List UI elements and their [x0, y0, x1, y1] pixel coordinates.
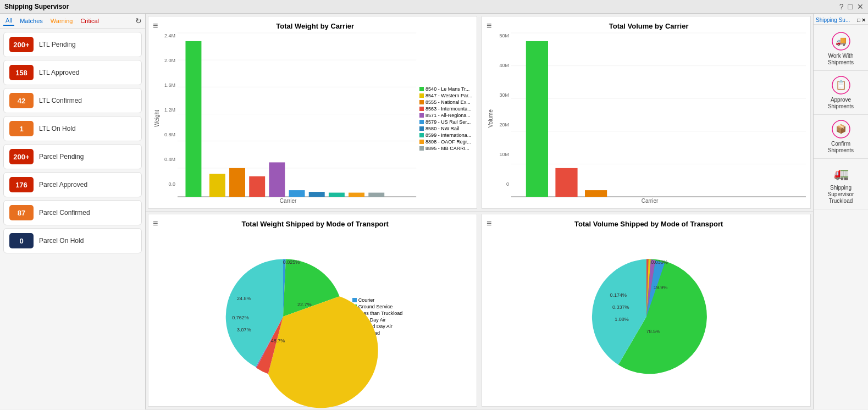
legend-item: 8579 - US Rail Ser...	[419, 119, 472, 125]
tab-critical[interactable]: Critical	[78, 16, 101, 25]
legend-label: 8599 - Internationa...	[425, 132, 471, 138]
chart-header: ≡ Total Weight by Carrier	[153, 21, 472, 31]
tab-warning[interactable]: Warning	[48, 16, 75, 25]
volume-by-mode-panel: ≡ Total Volume Shipped by Mode of Transp…	[482, 214, 811, 407]
y-label-wrapper-2: Volume	[486, 33, 494, 204]
svg-rect-25	[585, 190, 607, 197]
maximize-icon[interactable]: □	[857, 17, 860, 23]
metric-item-ltl-pending[interactable]: 200+ LTL Pending	[3, 32, 142, 57]
metric-label-parcel-confirmed: Parcel Confirmed	[39, 209, 90, 217]
svg-text:🚛: 🚛	[833, 166, 849, 181]
action-icon-approve-shipments: 📋	[831, 75, 851, 97]
approve-icon: 📋	[831, 75, 851, 95]
svg-text:📦: 📦	[836, 124, 847, 134]
svg-rect-23	[526, 41, 548, 197]
metric-label-ltl-onhold: LTL On Hold	[39, 125, 76, 132]
y-axis-labels: 2.4M 2.0M 1.6M 1.2M 0.8M 0.4M 0.0	[160, 33, 178, 197]
legend-dot	[419, 93, 424, 98]
volume-carrier-title: Total Volume by Carrier	[491, 22, 806, 30]
legend-dot	[419, 100, 424, 104]
volume-mode-svg	[586, 256, 707, 377]
bars-area	[178, 33, 416, 197]
metric-label-ltl-pending: LTL Pending	[39, 41, 76, 48]
legend-item: Courier	[352, 297, 403, 303]
metric-label-ltl-confirmed: LTL Confirmed	[39, 97, 82, 104]
vol-pie-label-0174: 0.174%	[610, 292, 627, 298]
svg-text:📋: 📋	[836, 80, 847, 90]
weight-carrier-body: Weight 2.4M 2.0M 1.6M 1.2M 0.8M 0.	[153, 33, 472, 204]
svg-rect-8	[209, 174, 225, 197]
svg-text:🚚: 🚚	[836, 36, 847, 46]
volume-carrier-body: Volume 50M 40M 30M 20M 10M 0	[486, 33, 806, 204]
volume-mode-pie: 0.030% 0.174% 0.337% 1.08% 19.9% 78.5%	[586, 256, 707, 377]
legend-item: 8580 - NW Rail	[419, 126, 472, 131]
legend-dot	[419, 87, 424, 91]
volume-by-carrier-panel: ≡ Total Volume by Carrier Volume 50M 40M	[482, 16, 811, 209]
metric-item-parcel-pending[interactable]: 200+ Parcel Pending	[3, 144, 142, 169]
metric-badge-parcel-approved: 176	[9, 177, 34, 192]
refresh-button[interactable]: ↻	[135, 16, 142, 25]
chart-menu-icon[interactable]: ≡	[153, 21, 158, 31]
bar-area: 2.4M 2.0M 1.6M 1.2M 0.8M 0.4M 0.0	[160, 33, 416, 204]
metric-item-parcel-confirmed[interactable]: 87 Parcel Confirmed	[3, 200, 142, 225]
action-item-confirm-shipments[interactable]: 📦 ConfirmShipments	[814, 115, 868, 159]
close-icon[interactable]: ✕	[857, 2, 864, 11]
work-shipments-icon: 🚚	[831, 31, 851, 51]
metric-badge-ltl-approved: 158	[9, 65, 34, 80]
metric-item-ltl-approved[interactable]: 158 LTL Approved	[3, 60, 142, 85]
vol-pie-label-030: 0.030%	[651, 259, 668, 265]
metric-item-parcel-onhold[interactable]: 0 Parcel On Hold	[3, 228, 142, 253]
tab-matches[interactable]: Matches	[18, 16, 45, 25]
bottom-charts-row: ≡ Total Weight Shipped by Mode of Transp…	[146, 212, 813, 409]
metric-item-ltl-onhold[interactable]: 1 LTL On Hold	[3, 116, 142, 141]
legend-dot	[419, 140, 424, 144]
action-item-work-with-shipments[interactable]: 🚚 Work WithShipments	[814, 27, 868, 71]
action-item-truckload[interactable]: 🚛 ShippingSupervisorTruckload	[814, 159, 868, 209]
bar-with-yaxis-2: 50M 40M 30M 20M 10M 0	[494, 33, 806, 197]
legend-label: 8555 - National Ex...	[425, 99, 471, 105]
close-panel-icon[interactable]: ✕	[861, 17, 866, 23]
action-label-work-with-shipments: Work WithShipments	[828, 53, 854, 66]
restore-icon[interactable]: □	[848, 2, 853, 11]
weight-carrier-chart: Weight 2.4M 2.0M 1.6M 1.2M 0.8M 0.	[153, 33, 472, 204]
metric-item-parcel-approved[interactable]: 176 Parcel Approved	[3, 172, 142, 197]
action-item-approve-shipments[interactable]: 📋 ApproveShipments	[814, 71, 868, 115]
chart-menu-icon-4[interactable]: ≡	[486, 219, 491, 229]
legend-label: Courier	[358, 297, 375, 303]
action-icon-truckload: 🚛	[831, 163, 851, 185]
volume-carrier-chart: Volume 50M 40M 30M 20M 10M 0	[486, 33, 806, 204]
weight-mode-pie: 0.025% 22.7% 48.7% 3.07% 0.762% 24.8%	[223, 256, 344, 377]
legend-label: 8563 - Intermounta...	[425, 106, 472, 112]
svg-rect-13	[309, 192, 325, 197]
legend-item: Ground Service	[352, 304, 403, 309]
top-charts-row: ≡ Total Weight by Carrier Weight 2.4M 2.	[146, 14, 813, 212]
svg-rect-12	[289, 190, 305, 197]
legend-dot	[419, 107, 424, 111]
metric-item-ltl-confirmed[interactable]: 42 LTL Confirmed	[3, 88, 142, 113]
y-axis-label-2: Volume	[486, 109, 494, 128]
weight-mode-chart: 0.025% 22.7% 48.7% 3.07% 0.762% 24.8% Co…	[153, 231, 472, 402]
right-panel-title-bar: Shipping Su... □ ✕	[814, 16, 868, 25]
chart-header-4: ≡ Total Volume Shipped by Mode of Transp…	[486, 219, 806, 229]
tab-all[interactable]: All	[3, 16, 14, 26]
legend-item: 8571 - All-Regiona...	[419, 113, 472, 118]
metric-label-parcel-pending: Parcel Pending	[39, 153, 84, 160]
chart-header-3: ≡ Total Weight Shipped by Mode of Transp…	[153, 219, 472, 229]
truckload-icon: 🚛	[831, 163, 851, 183]
legend-label: 8808 - OAOF Regr...	[425, 139, 471, 145]
chart-menu-icon-2[interactable]: ≡	[486, 21, 491, 31]
filter-tabs: All Matches Warning Critical ↻	[0, 14, 145, 29]
legend-dot	[419, 133, 424, 137]
svg-rect-15	[349, 193, 364, 197]
legend-label: 8579 - US Rail Ser...	[425, 119, 471, 125]
legend-item: 8599 - Internationa...	[419, 132, 472, 138]
chart-header-2: ≡ Total Volume by Carrier	[486, 21, 806, 31]
metric-badge-parcel-confirmed: 87	[9, 205, 34, 220]
legend-item: 8540 - Le Mans Tr...	[419, 86, 472, 92]
legend-label: 8547 - Western Par...	[425, 93, 472, 98]
svg-rect-24	[555, 168, 577, 197]
title-bar: Shipping Supervisor ? □ ✕	[0, 0, 868, 14]
y-axis-labels-2: 50M 40M 30M 20M 10M 0	[494, 33, 511, 197]
chart-menu-icon-3[interactable]: ≡	[153, 219, 158, 229]
help-icon[interactable]: ?	[839, 2, 844, 11]
